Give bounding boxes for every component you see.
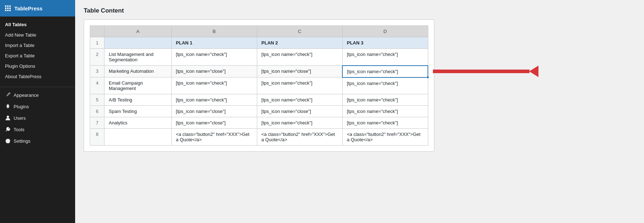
- cell-6-a: Spam Testing: [104, 106, 172, 117]
- cell-5-b: [tps_icon name="check"]: [171, 94, 257, 106]
- settings-icon: [5, 138, 11, 144]
- tablepress-table: A B C D 1 PLAN 1 PLAN 2 PLAN 3: [90, 25, 428, 146]
- sidebar-item-appearance[interactable]: Appearance: [0, 89, 75, 101]
- cell-7-b: [tps_icon name="close"]: [171, 117, 257, 129]
- table-row-highlighted: 3 Marketing Automation [tps_icon name="c…: [90, 66, 428, 77]
- col-header-a: A: [104, 26, 172, 37]
- cell-1-b: PLAN 1: [171, 37, 257, 49]
- sidebar-nav: All Tables Add New Table Import a Table …: [0, 16, 75, 85]
- sidebar-item-import-table[interactable]: Import a Table: [0, 40, 75, 51]
- cell-7-a: Analytics: [104, 117, 172, 129]
- row-num-7: 7: [90, 117, 104, 129]
- table-row: 4 Email Campaign Management [tps_icon na…: [90, 77, 428, 94]
- cell-8-d: <a class="button2" href="XXX">Get a Quot…: [342, 129, 428, 146]
- cell-4-d: [tps_icon name="check"]: [342, 77, 428, 94]
- sidebar-header[interactable]: TablePress: [0, 0, 75, 16]
- cell-6-b: [tps_icon name="close"]: [171, 106, 257, 117]
- sidebar-divider-1: [0, 87, 75, 87]
- cell-8-c: <a class="button2" href="XXX">Get a Quot…: [257, 129, 342, 146]
- cell-2-a: List Management and Segmentation: [104, 49, 172, 66]
- tools-label: Tools: [14, 127, 24, 132]
- resize-handle[interactable]: [426, 76, 429, 79]
- table-row: 5 A/B Testing [tps_icon name="check"] [t…: [90, 94, 428, 106]
- cell-6-c: [tps_icon name="close"]: [257, 106, 342, 117]
- plugin-icon: [5, 104, 11, 109]
- cell-1-a: [104, 37, 172, 49]
- appearance-label: Appearance: [14, 92, 39, 98]
- table-wrapper: A B C D 1 PLAN 1 PLAN 2 PLAN 3: [84, 19, 434, 152]
- row-num-2: 2: [90, 49, 104, 66]
- sidebar-brand: TablePress: [14, 5, 43, 11]
- col-header-b: B: [171, 26, 257, 37]
- cell-3-d-highlighted[interactable]: [tps_icon name="check"]: [342, 66, 428, 77]
- tools-icon: [5, 127, 11, 132]
- cell-7-d: [tps_icon name="check"]: [342, 117, 428, 129]
- row-num-3: 3: [90, 66, 104, 77]
- sidebar-item-add-new-table[interactable]: Add New Table: [0, 30, 75, 40]
- plugins-label: Plugins: [14, 104, 29, 109]
- sidebar-item-users[interactable]: Users: [0, 112, 75, 124]
- cell-2-b: [tps_icon name="check"]: [171, 49, 257, 66]
- settings-label: Settings: [14, 138, 30, 144]
- table-row: 6 Spam Testing [tps_icon name="close"] […: [90, 106, 428, 117]
- cell-1-c: PLAN 2: [257, 37, 342, 49]
- table-header-row: A B C D: [90, 26, 428, 37]
- paint-brush-icon: [5, 92, 11, 98]
- main-content: Table Content A B C D 1: [75, 0, 644, 223]
- sidebar: TablePress All Tables Add New Table Impo…: [0, 0, 75, 223]
- svg-point-0: [7, 116, 9, 118]
- sidebar-item-plugins[interactable]: Plugins: [0, 101, 75, 112]
- row-num-4: 4: [90, 77, 104, 94]
- row-num-6: 6: [90, 106, 104, 117]
- sidebar-item-export-table[interactable]: Export a Table: [0, 51, 75, 61]
- row-num-1: 1: [90, 37, 104, 49]
- sidebar-item-plugin-options[interactable]: Plugin Options: [0, 61, 75, 71]
- sidebar-item-settings[interactable]: Settings: [0, 135, 75, 147]
- col-header-rownum: [90, 26, 104, 37]
- user-icon: [5, 115, 11, 121]
- cell-5-a: A/B Testing: [104, 94, 172, 106]
- cell-3-c: [tps_icon name="close"]: [257, 66, 342, 77]
- sidebar-item-about-tablepress[interactable]: About TablePress: [0, 71, 75, 82]
- table-row: 8 <a class="button2" href="XXX">Get a Qu…: [90, 129, 428, 146]
- sidebar-item-tools[interactable]: Tools: [0, 124, 75, 135]
- cell-6-d: [tps_icon name="check"]: [342, 106, 428, 117]
- arrow-head: [529, 66, 538, 77]
- users-label: Users: [14, 115, 26, 121]
- cell-7-c: [tps_icon name="check"]: [257, 117, 342, 129]
- row-num-8: 8: [90, 129, 104, 146]
- section-title: Table Content: [84, 7, 635, 14]
- sidebar-item-all-tables[interactable]: All Tables: [0, 19, 75, 30]
- tablepress-icon: [5, 5, 11, 11]
- table-row: 2 List Management and Segmentation [tps_…: [90, 49, 428, 66]
- cell-4-c: [tps_icon name="check"]: [257, 77, 342, 94]
- cell-5-c: [tps_icon name="check"]: [257, 94, 342, 106]
- row-num-5: 5: [90, 94, 104, 106]
- cell-1-d: PLAN 3: [342, 37, 428, 49]
- cell-8-b: <a class="button2" href="XXX">Get a Quot…: [171, 129, 257, 146]
- cell-4-a: Email Campaign Management: [104, 77, 172, 94]
- table-row: 1 PLAN 1 PLAN 2 PLAN 3: [90, 37, 428, 49]
- cell-3-a: Marketing Automation: [104, 66, 172, 77]
- red-arrow: [433, 66, 538, 77]
- cell-4-b: [tps_icon name="check"]: [171, 77, 257, 94]
- cell-5-d: [tps_icon name="check"]: [342, 94, 428, 106]
- col-header-c: C: [257, 26, 342, 37]
- cell-2-c: [tps_icon name="check"]: [257, 49, 342, 66]
- cell-3-b: [tps_icon name="close"]: [171, 66, 257, 77]
- cell-8-a: [104, 129, 172, 146]
- cell-2-d: [tps_icon name="check"]: [342, 49, 428, 66]
- col-header-d: D: [342, 26, 428, 37]
- table-row: 7 Analytics [tps_icon name="close"] [tps…: [90, 117, 428, 129]
- arrow-body: [433, 70, 530, 73]
